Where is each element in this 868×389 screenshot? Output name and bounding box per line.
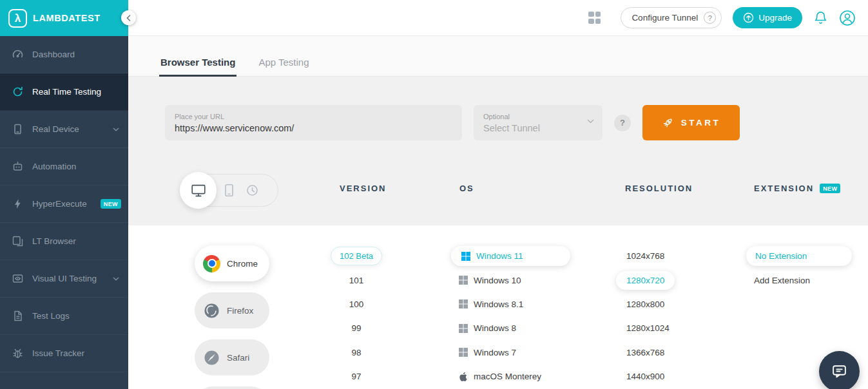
tunnel-select[interactable]: Optional Select Tunnel xyxy=(474,105,603,140)
extension-label: Add Extension xyxy=(746,276,810,285)
lambdatest-logo[interactable]: λ LAMBDATEST xyxy=(0,0,128,36)
sidebar-item-issue-tracker[interactable]: Issue Tracker xyxy=(0,335,128,372)
sidebar-item-label: LT Browser xyxy=(32,236,76,246)
url-field: Place your URL xyxy=(165,105,462,140)
resolution-column-header: RESOLUTION xyxy=(625,184,693,193)
version-option[interactable]: 100 xyxy=(322,292,391,316)
browser-pill-partial[interactable] xyxy=(195,386,269,389)
sidebar-item-automation[interactable]: Automation xyxy=(0,148,128,185)
resolution-option[interactable]: 1280x1024 xyxy=(616,316,700,340)
real-device-icon xyxy=(11,123,24,135)
version-label: 102 Beta xyxy=(331,247,382,265)
extension-option[interactable]: Add Extension xyxy=(746,268,868,292)
notifications-bell-icon[interactable] xyxy=(813,10,828,25)
sidebar-item-real-time-testing[interactable]: Real Time Testing xyxy=(0,73,128,111)
chevron-left-icon xyxy=(126,15,131,21)
os-label: Windows 7 xyxy=(474,348,516,357)
version-option[interactable]: 99 xyxy=(322,316,391,340)
sidebar-item-dashboard[interactable]: Dashboard xyxy=(0,36,128,73)
upgrade-button[interactable]: Upgrade xyxy=(733,7,802,28)
sidebar-item-label: Real Time Testing xyxy=(32,87,101,97)
version-option[interactable]: 98 xyxy=(322,341,391,365)
os-option[interactable]: Windows 10 xyxy=(451,268,586,292)
chat-widget-button[interactable] xyxy=(819,351,860,389)
version-option[interactable]: 97 xyxy=(322,365,391,388)
browser-firefox[interactable]: Firefox xyxy=(195,292,269,328)
user-avatar[interactable] xyxy=(839,10,856,26)
sidebar-item-lt-browser[interactable]: LT Browser xyxy=(0,223,128,260)
chrome-icon xyxy=(203,255,220,272)
configure-tunnel-label: Configure Tunnel xyxy=(632,13,698,23)
upgrade-label: Upgrade xyxy=(758,13,792,23)
browser-safari[interactable]: Safari xyxy=(195,339,269,375)
sidebar-item-label: Automation xyxy=(32,162,76,171)
chevron-down-icon xyxy=(113,128,119,131)
tab-app-testing[interactable]: App Testing xyxy=(257,57,310,77)
version-label: 98 xyxy=(351,348,361,357)
start-help-icon[interactable]: ? xyxy=(614,115,631,131)
new-badge: NEW xyxy=(101,199,121,209)
browser-chrome[interactable]: Chrome xyxy=(195,245,269,281)
sidebar-item-label: HyperExecute xyxy=(32,199,87,209)
windows-icon xyxy=(459,299,468,308)
resolution-option[interactable]: 1280x800 xyxy=(616,292,700,316)
configure-tunnel-button[interactable]: Configure Tunnel ? xyxy=(621,7,722,28)
version-option[interactable]: 101 xyxy=(322,268,391,292)
os-option[interactable]: Windows 8.1 xyxy=(451,292,586,316)
tunnel-optional-label: Optional xyxy=(483,113,593,120)
hyperexecute-icon xyxy=(11,198,24,210)
resolution-option[interactable]: 1024x768 xyxy=(616,244,700,268)
sidebar-item-label: Issue Tracker xyxy=(32,348,84,358)
safari-icon xyxy=(203,349,220,366)
sidebar-item-real-device[interactable]: Real Device xyxy=(0,111,128,148)
extension-option[interactable]: No Extension xyxy=(746,244,868,268)
resolution-label: 1440x900 xyxy=(626,372,664,381)
sidebar-item-hyperexecute[interactable]: HyperExecute NEW xyxy=(0,185,128,223)
extension-header-label: EXTENSION xyxy=(754,184,814,193)
os-option[interactable]: Windows 11 xyxy=(451,244,586,268)
column-headers: VERSION OS RESOLUTION EXTENSION NEW xyxy=(128,184,868,195)
os-option[interactable]: Windows 8 xyxy=(451,316,586,340)
version-option[interactable]: 102 Beta xyxy=(322,244,391,268)
url-field-label: Place your URL xyxy=(175,113,452,120)
configuration-grid: Chrome Firefox Safari 102 Beta 101 100 9… xyxy=(128,225,868,389)
resolution-option[interactable]: 1366x768 xyxy=(616,341,700,365)
new-badge: NEW xyxy=(820,184,840,193)
version-label: 100 xyxy=(349,299,364,309)
sidebar-collapse-button[interactable] xyxy=(121,10,136,25)
resolution-label: 1280x720 xyxy=(616,271,675,290)
start-button[interactable]: START xyxy=(642,105,740,140)
resolution-label: 1280x1024 xyxy=(626,323,670,333)
tunnel-help-icon[interactable]: ? xyxy=(704,12,716,24)
browser-label: Chrome xyxy=(227,259,258,269)
os-option[interactable]: Windows 7 xyxy=(451,341,586,365)
resolution-label: 1366x768 xyxy=(626,348,664,357)
sidebar-item-label: Visual UI Testing xyxy=(32,274,97,283)
os-column-header: OS xyxy=(459,184,474,193)
test-logs-icon xyxy=(11,310,24,322)
sidebar-item-label: Test Logs xyxy=(32,311,70,321)
windows-icon xyxy=(459,348,468,357)
os-label: Windows 10 xyxy=(474,276,521,285)
url-input[interactable] xyxy=(175,123,452,133)
browser-label: Firefox xyxy=(227,306,253,316)
chat-bubble-icon xyxy=(831,363,848,380)
resolution-option[interactable]: 1440x900 xyxy=(616,365,700,388)
resolution-column: 1024x768 1280x720 1280x800 1280x1024 136… xyxy=(616,244,700,388)
issue-tracker-icon xyxy=(11,347,24,359)
os-label: Windows 8.1 xyxy=(474,299,523,309)
tunnel-placeholder: Select Tunnel xyxy=(483,123,593,133)
chevron-down-icon xyxy=(113,277,119,281)
firefox-icon xyxy=(203,302,220,319)
rocket-icon xyxy=(662,117,674,129)
tab-browser-testing[interactable]: Browser Testing xyxy=(159,57,236,77)
apps-grid-icon[interactable] xyxy=(588,12,601,24)
os-label: macOS Monterey xyxy=(474,372,541,381)
version-column-header: VERSION xyxy=(340,184,387,193)
tab-bar: Browser Testing App Testing xyxy=(128,36,868,77)
resolution-option[interactable]: 1280x720 xyxy=(616,268,700,292)
sidebar-item-visual-ui-testing[interactable]: Visual UI Testing xyxy=(0,260,128,298)
os-option[interactable]: macOS Monterey xyxy=(451,365,586,388)
lt-browser-icon xyxy=(11,235,24,247)
sidebar-item-test-logs[interactable]: Test Logs xyxy=(0,298,128,335)
